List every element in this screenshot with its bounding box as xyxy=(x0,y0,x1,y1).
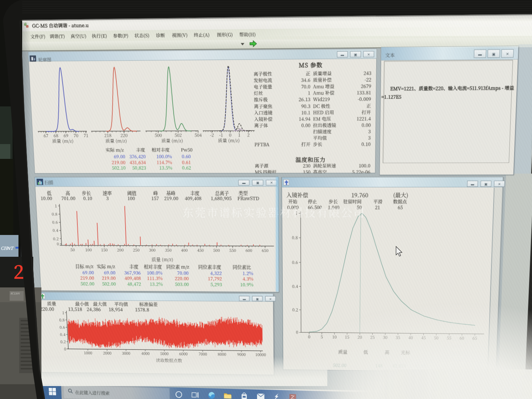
svg-text:CHNT: CHNT xyxy=(1,245,14,251)
svg-text:AC220V: AC220V xyxy=(10,291,20,295)
